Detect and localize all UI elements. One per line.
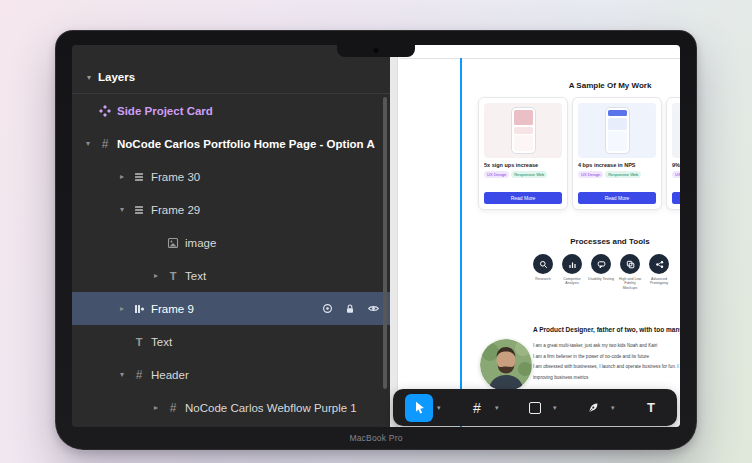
layer-label: Side Project Card	[117, 105, 213, 117]
process-item[interactable]: Advanced Prototyping	[646, 254, 672, 290]
project-thumbnail	[484, 103, 562, 158]
chevron-down-icon[interactable]: ▾	[495, 404, 499, 412]
read-more-button[interactable]: Read More	[578, 192, 656, 204]
text-tool-icon: T	[647, 400, 655, 415]
bio-bullet: I am a great multi-tasker, just ask my t…	[533, 341, 680, 352]
layer-label: NoCode Carlos Webflow Purple 1	[185, 402, 357, 414]
process-label: Advanced Prototyping	[646, 277, 672, 286]
chevron-right-icon[interactable]: ▸	[114, 304, 130, 313]
layers-panel: ▾ Layers Side Project Card ▾ # NoCode Ca…	[72, 45, 390, 427]
project-card-title: 5x sign ups increase	[484, 162, 562, 168]
layers-icon	[620, 254, 640, 274]
layer-row-nocode-carlos-webflow[interactable]: ▸ # NoCode Carlos Webflow Purple 1	[72, 391, 390, 424]
figma-window: ▾ Layers Side Project Card ▾ # NoCode Ca…	[72, 45, 680, 427]
project-thumbnail	[578, 103, 656, 158]
layer-label: Text	[151, 336, 172, 348]
process-item[interactable]: Usability Testing	[588, 254, 614, 290]
chevron-down-icon[interactable]: ▾	[114, 205, 130, 214]
process-label: Usability Testing	[588, 277, 614, 281]
project-card-title: 4 bps increase in NPS	[578, 162, 656, 168]
layer-row-frame-30[interactable]: ▸ Frame 30	[72, 160, 390, 193]
frame-icon: #	[96, 137, 114, 151]
canvas-gutter	[390, 45, 398, 427]
chevron-down-icon[interactable]: ▾	[114, 370, 130, 379]
layer-label: Frame 30	[151, 171, 200, 183]
prototype-icon	[649, 254, 669, 274]
rectangle-tool[interactable]: ▾	[521, 394, 557, 422]
project-thumbnail	[672, 103, 680, 158]
process-row: Research Competitor Analysis Usability T…	[530, 254, 672, 290]
layer-row-frame-29[interactable]: ▾ Frame 29	[72, 193, 390, 226]
avatar[interactable]	[480, 339, 532, 391]
frame-tool-icon: #	[473, 400, 481, 416]
layer-label: Header	[151, 369, 189, 381]
tag-pill: UX Design	[578, 171, 603, 178]
macbook-chin: MacBook Pro	[56, 429, 696, 447]
camera-notch	[337, 45, 415, 57]
bio-bullet: I am a firm believer in the power of no-…	[533, 352, 680, 363]
read-more-button[interactable]: Read More	[672, 192, 680, 204]
design-canvas[interactable]: A Sample Of My Work 5x sign ups increase…	[390, 45, 680, 427]
macbook-label: MacBook Pro	[349, 433, 402, 443]
project-cards: 5x sign ups increase UX Design Responsiv…	[478, 97, 680, 210]
chevron-right-icon[interactable]: ▸	[148, 403, 164, 412]
tag-pill: Responsive Web	[511, 171, 547, 178]
chevron-down-icon[interactable]: ▾	[611, 404, 615, 412]
layers-panel-title: Layers	[98, 71, 135, 83]
project-card-title: 9% increase	[672, 162, 680, 168]
eye-icon[interactable]	[366, 302, 380, 316]
chevron-down-icon[interactable]: ▾	[82, 73, 96, 82]
layer-label: NoCode Carlos Portfolio Home Page - Opti…	[117, 138, 375, 150]
layer-row-header[interactable]: ▾ # Header	[72, 358, 390, 391]
move-tool[interactable]: ▾	[405, 394, 441, 422]
layers-scrollbar[interactable]	[383, 97, 387, 389]
process-item[interactable]: Competitor Analysis	[559, 254, 585, 290]
process-label: Competitor Analysis	[559, 277, 585, 286]
lock-icon[interactable]	[343, 302, 357, 316]
target-icon[interactable]	[320, 302, 334, 316]
layer-row-text-1[interactable]: ▸ T Text	[72, 259, 390, 292]
frame-tool[interactable]: # ▾	[463, 394, 499, 422]
chevron-down-icon[interactable]: ▾	[437, 404, 441, 412]
pen-tool[interactable]: ▾	[579, 394, 615, 422]
bio-title: A Product Designer, father of two, with …	[533, 326, 680, 333]
bar-chart-icon	[562, 254, 582, 274]
layer-label: Frame 29	[151, 204, 200, 216]
section-divider	[399, 58, 680, 59]
bio-bullets: I am a great multi-tasker, just ask my t…	[533, 341, 680, 383]
chevron-right-icon[interactable]: ▸	[114, 172, 130, 181]
component-icon	[96, 105, 114, 117]
project-card[interactable]: 9% increase UX Design Read More	[666, 97, 680, 210]
move-tool-icon[interactable]	[405, 394, 433, 422]
sample-work-title: A Sample Of My Work	[520, 81, 680, 90]
layers-panel-header: ▾ Layers	[72, 61, 390, 94]
processes-title: Processes and Tools	[520, 237, 680, 246]
layer-row-image[interactable]: image	[72, 226, 390, 259]
chevron-down-icon[interactable]: ▾	[553, 404, 557, 412]
tag-pill: UX Design	[672, 171, 680, 178]
auto-layout-horizontal-icon	[130, 303, 148, 315]
layer-row-frame-9[interactable]: ▸ Frame 9	[72, 292, 390, 325]
chevron-down-icon[interactable]: ▾	[80, 139, 96, 148]
read-more-button[interactable]: Read More	[484, 192, 562, 204]
rectangle-tool-icon	[529, 402, 541, 414]
tag-pill: Responsive Web	[605, 171, 641, 178]
bio-bullet: I am obsessed with businesses, I launch …	[533, 362, 680, 373]
layer-row-nocode-carlos-portfolio[interactable]: ▾ # NoCode Carlos Portfolio Home Page - …	[72, 127, 390, 160]
layer-row-text-2[interactable]: T Text	[72, 325, 390, 358]
layer-row-side-project-card[interactable]: Side Project Card	[72, 94, 390, 127]
layer-label: Text	[185, 270, 206, 282]
project-card[interactable]: 5x sign ups increase UX Design Responsiv…	[478, 97, 568, 210]
process-item[interactable]: Research	[530, 254, 556, 290]
macbook-device: ▾ Layers Side Project Card ▾ # NoCode Ca…	[55, 30, 697, 450]
frame-icon: #	[130, 368, 148, 382]
image-icon	[164, 237, 182, 249]
auto-layout-vertical-icon	[130, 204, 148, 216]
pen-tool-icon	[587, 401, 600, 414]
process-item[interactable]: High and Low Fidelity Mockups	[617, 254, 643, 290]
phone-mockup	[605, 107, 630, 154]
project-card[interactable]: 4 bps increase in NPS UX Design Responsi…	[572, 97, 662, 210]
chevron-right-icon[interactable]: ▸	[148, 271, 164, 280]
tag-pill: UX Design	[484, 171, 509, 178]
text-tool[interactable]: T	[637, 394, 665, 422]
